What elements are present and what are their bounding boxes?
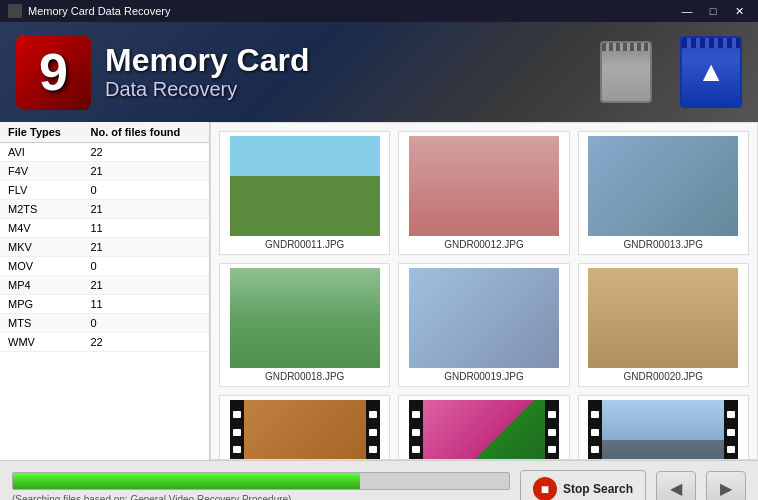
image-thumb [409,268,559,368]
table-row: MPG11 [0,295,209,314]
nav-prev-button[interactable]: ◀ [656,471,696,501]
image-item[interactable]: GNDR00019.JPG [398,263,569,387]
image-label: GNDR00020.JPG [624,371,703,382]
image-item[interactable]: GNDR00020.JPG [578,263,749,387]
image-thumb: ▶ [409,400,559,460]
table-row: MTS0 [0,314,209,333]
file-count: 11 [82,295,209,314]
header-text: Memory Card Data Recovery [105,43,600,101]
titlebar: Memory Card Data Recovery — □ ✕ [0,0,758,22]
film-strip-right [366,400,380,460]
sd-card-icon-2 [680,36,742,108]
header-title: Memory Card [105,43,600,78]
header-icons [600,36,742,108]
image-grid: GNDR00011.JPG GNDR00012.JPG GNDR00013.JP… [219,131,749,460]
image-item[interactable]: GNDR00012.JPG [398,131,569,255]
file-type-label: MTS [0,314,82,333]
main-content: File Types No. of files found AVI22F4V21… [0,122,758,460]
table-row: AVI22 [0,143,209,162]
image-label: GNDR00011.JPG [265,239,344,250]
titlebar-controls: — □ ✕ [676,2,750,20]
file-type-label: F4V [0,162,82,181]
file-count: 0 [82,181,209,200]
image-label: GNDR00012.JPG [444,239,523,250]
file-types-table: File Types No. of files found AVI22F4V21… [0,122,209,352]
file-count: 21 [82,162,209,181]
file-type-label: MP4 [0,276,82,295]
bottom-bar: (Searching files based on: General Video… [0,460,758,500]
film-strip-left [230,400,244,460]
file-count: 22 [82,143,209,162]
maximize-button[interactable]: □ [702,2,724,20]
image-thumb [409,136,559,236]
titlebar-title: Memory Card Data Recovery [28,5,676,17]
image-item[interactable]: GNDR00018.JPG [219,263,390,387]
file-type-label: WMV [0,333,82,352]
table-row: WMV22 [0,333,209,352]
close-button[interactable]: ✕ [728,2,750,20]
film-strip-left [588,400,602,460]
table-row: MKV21 [0,238,209,257]
film-strip-right [724,400,738,460]
header: 9 Memory Card Data Recovery [0,22,758,122]
sd-card-icon-1 [600,41,652,103]
app-logo: 9 [16,35,91,110]
file-count: 22 [82,333,209,352]
col-file-types: File Types [0,122,82,143]
progress-section: (Searching files based on: General Video… [12,472,510,500]
image-thumb: ▶ [230,400,380,460]
file-type-label: MOV [0,257,82,276]
table-row: M4V11 [0,219,209,238]
table-row: M2TS21 [0,200,209,219]
image-thumb [588,268,738,368]
progress-bar-outer [12,472,510,490]
file-type-label: FLV [0,181,82,200]
minimize-button[interactable]: — [676,2,698,20]
image-item[interactable]: ▶ MP4000... [219,395,390,460]
file-type-label: AVI [0,143,82,162]
image-thumb [588,136,738,236]
stop-icon: ■ [533,477,557,501]
stop-search-label: Stop Search [563,482,633,496]
film-strip-left [409,400,423,460]
col-file-count: No. of files found [82,122,209,143]
film-strip-right [545,400,559,460]
table-row: FLV0 [0,181,209,200]
file-count: 0 [82,314,209,333]
image-item[interactable]: ▶ MP4000 [398,395,569,460]
image-item[interactable]: GNDR00013.JPG [578,131,749,255]
progress-text: (Searching files based on: General Video… [12,494,510,500]
image-thumb [230,136,380,236]
table-row: F4V21 [0,162,209,181]
image-label: GNDR00018.JPG [265,371,344,382]
table-row: MOV0 [0,257,209,276]
progress-bar-inner [13,473,360,489]
file-count: 21 [82,200,209,219]
nav-next-button[interactable]: ▶ [706,471,746,501]
file-type-label: M4V [0,219,82,238]
app-icon [8,4,22,18]
file-type-label: M2TS [0,200,82,219]
header-subtitle: Data Recovery [105,78,600,101]
right-panel[interactable]: GNDR00011.JPG GNDR00012.JPG GNDR00013.JP… [210,122,758,460]
image-thumb [230,268,380,368]
image-item[interactable]: ▶ MP4... [578,395,749,460]
image-item[interactable]: GNDR00011.JPG [219,131,390,255]
file-count: 11 [82,219,209,238]
image-label: GNDR00019.JPG [444,371,523,382]
left-panel: File Types No. of files found AVI22F4V21… [0,122,210,460]
stop-search-button[interactable]: ■ Stop Search [520,470,646,501]
table-row: MP421 [0,276,209,295]
file-count: 0 [82,257,209,276]
file-count: 21 [82,276,209,295]
file-count: 21 [82,238,209,257]
image-label: GNDR00013.JPG [624,239,703,250]
file-type-label: MPG [0,295,82,314]
image-thumb: ▶ [588,400,738,460]
file-type-label: MKV [0,238,82,257]
